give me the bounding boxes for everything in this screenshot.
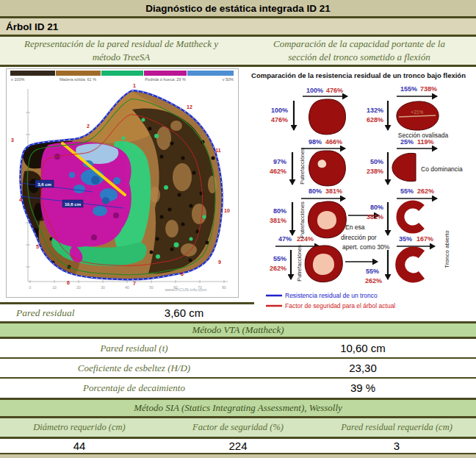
legend-v50: v 50%: [223, 77, 234, 82]
svg-text:3: 3: [11, 137, 14, 143]
svg-text:476%: 476%: [326, 87, 343, 94]
svg-text:628%: 628%: [367, 116, 383, 124]
bottom-band: [0, 454, 476, 458]
svg-text:238%: 238%: [367, 168, 383, 175]
flexion-diagram: Comparación de la resistencia residual d…: [242, 68, 476, 318]
left-section-header: Representación de la pared residual de M…: [0, 37, 242, 65]
table-row: Coeficiente de esbeltez (H/D) 23,30: [0, 359, 476, 377]
svg-text:97%: 97%: [273, 158, 286, 165]
sia-value-safety-factor: 224: [159, 439, 317, 453]
svg-text:381%: 381%: [270, 217, 286, 224]
svg-text:30: 30: [101, 285, 105, 290]
svg-text:462%: 462%: [270, 168, 286, 175]
svg-text:155%: 155%: [400, 85, 417, 93]
tomogram: v 100% Madera sólida: 61 % Podrida ó hue…: [6, 68, 239, 298]
flexion-graphic: Comparación de la resistencia residual d…: [242, 68, 476, 318]
svg-text:80%: 80%: [273, 207, 286, 215]
svg-text:381%: 381%: [325, 187, 342, 195]
svg-text:55%: 55%: [400, 187, 414, 195]
svg-text:5: 5: [36, 244, 39, 249]
svg-text:100%: 100%: [306, 87, 323, 94]
svg-text:9: 9: [218, 260, 221, 265]
svg-text:55%: 55%: [366, 268, 379, 275]
measure-small-label: 3,6 cm: [37, 182, 51, 187]
legend-solid-wood: Madera sólida: 61 %: [60, 77, 96, 82]
main-content: v 100% Madera sólida: 61 % Podrida ó hue…: [0, 67, 476, 321]
section-headers: Representación de la pared residual de M…: [0, 37, 476, 65]
sia-header: Método SIA (Statics Integrating Assessme…: [0, 400, 476, 416]
vta-row-value: 39 %: [250, 379, 476, 398]
note-line: dirección por: [341, 234, 377, 241]
vta-header: Método VTA (Mattheck): [0, 323, 476, 337]
svg-text:10: 10: [224, 208, 230, 213]
note-line: apert. como 30%: [342, 243, 390, 251]
sia-value-required-wall: 3: [317, 439, 476, 453]
flexion-title: Comparación de la resistencia residual d…: [251, 71, 466, 79]
vta-row-value: 10,60 cm: [250, 339, 476, 357]
sia-value-diameter: 44: [0, 439, 159, 453]
svg-text:98%: 98%: [309, 138, 322, 146]
svg-text:2: 2: [87, 124, 90, 129]
svg-text:25%: 25%: [400, 138, 414, 146]
pared-residual-label: Pared residual: [16, 304, 75, 321]
page-title: Diagnóstico de estática integrada ID 21: [0, 0, 476, 16]
oval-section-label: Sección ovalisada: [398, 132, 449, 139]
svg-text:55%: 55%: [273, 255, 286, 262]
small-cavity: [318, 160, 327, 168]
sia-col-required-wall: Pared residual requerida (cm): [317, 418, 476, 437]
svg-text:167%: 167%: [416, 235, 433, 243]
vta-row-label: Porcentaje de decaimiento: [0, 379, 268, 398]
pared-residual-value: 3,60 cm: [131, 304, 237, 321]
measure-large-label: 10,6 cm: [65, 202, 81, 207]
svg-text:466%: 466%: [325, 138, 342, 146]
legend-decayed: Podrida ó hueca: 29 %: [145, 77, 186, 82]
svg-text:119%: 119%: [417, 138, 434, 146]
legend-v100: v 100%: [11, 77, 24, 82]
sia-column-headers: Diámetro requerido (cm) Factor de seguri…: [0, 418, 476, 437]
right-section-header: Comparación de la capacidad portante de …: [242, 37, 476, 65]
vta-row-label: Pared residual (t): [0, 339, 268, 357]
sia-col-diameter: Diámetro requerido (cm): [0, 418, 159, 437]
note-line: En esa: [345, 223, 365, 231]
svg-text:381%: 381%: [367, 213, 383, 221]
svg-text:7: 7: [133, 281, 136, 286]
svg-text:132%: 132%: [367, 107, 383, 114]
svg-text:35%: 35%: [399, 235, 412, 243]
svg-text:262%: 262%: [417, 187, 434, 195]
svg-text:0: 0: [29, 285, 32, 290]
svg-text:6: 6: [67, 280, 70, 285]
putrefaction-label: Putrefacciónes: [299, 201, 306, 238]
flexion-legend: Resistencia residual de un tronco Factor…: [266, 292, 395, 309]
svg-text:262%: 262%: [365, 277, 382, 285]
svg-text:100%: 100%: [271, 107, 288, 114]
putrefaction-label: Putrefacciónes: [296, 245, 303, 282]
svg-text:50: 50: [149, 285, 154, 290]
diagnostic-report: Diagnóstico de estática integrada ID 21 …: [0, 0, 476, 458]
svg-text:12: 12: [187, 104, 192, 110]
svg-text:11: 11: [215, 148, 221, 153]
putrefaction-label: Putrefacciónes: [299, 148, 306, 185]
svg-text:40: 40: [125, 285, 129, 290]
tree-id-title: Árbol ID 21: [0, 18, 476, 35]
svg-text:80: 80: [222, 285, 226, 290]
oval-gain-label: +21%: [411, 110, 424, 115]
tomogram-graphic: v 100% Madera sólida: 61 % Podrida ó hue…: [6, 68, 239, 298]
svg-text:262%: 262%: [270, 265, 286, 272]
svg-text:80%: 80%: [309, 187, 322, 195]
svg-text:738%: 738%: [420, 85, 437, 93]
sia-col-safety-factor: Factor de seguridad (%): [159, 418, 317, 437]
svg-text:20: 20: [76, 285, 81, 290]
vta-row-label: Coeficiente de esbeltez (H/D): [0, 359, 268, 377]
svg-text:10: 10: [52, 285, 57, 290]
svg-text:80%: 80%: [370, 204, 383, 211]
table-row: Pared residual (t) 10,60 cm: [0, 339, 476, 357]
legend-safety: Factor de seguridad para el árbol actual: [285, 302, 395, 309]
svg-text:8: 8: [181, 271, 184, 276]
svg-text:4: 4: [19, 197, 22, 202]
legend-residual: Resistencia residual de un tronco: [285, 292, 378, 299]
pared-residual-row: Pared residual 3,60 cm: [0, 304, 254, 321]
table-row: Porcentaje de decaimiento 39 %: [0, 379, 476, 398]
watermark: www.PiCUS-info.com: [164, 287, 206, 292]
svg-text:476%: 476%: [271, 116, 288, 124]
cavity: [317, 211, 336, 229]
